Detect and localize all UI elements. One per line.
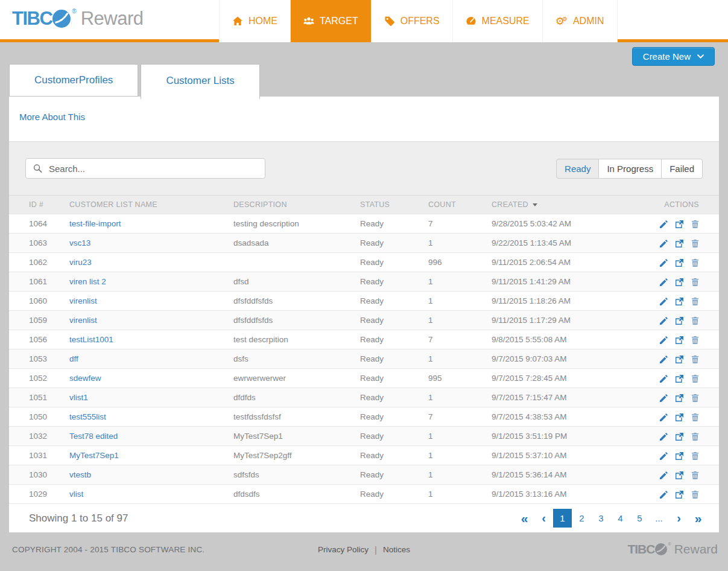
- search-input[interactable]: [48, 163, 258, 174]
- page-button-2[interactable]: 2: [572, 509, 591, 528]
- export-icon[interactable]: [676, 470, 683, 479]
- page-button-1[interactable]: 1: [553, 509, 572, 528]
- delete-icon[interactable]: [691, 258, 699, 267]
- filter-failed[interactable]: Failed: [662, 159, 703, 179]
- delete-icon[interactable]: [691, 490, 699, 499]
- customer-list-link[interactable]: vsc13: [69, 238, 90, 247]
- filter-in-progress[interactable]: In Progress: [599, 159, 662, 179]
- tab-customer-lists[interactable]: Customer Lists: [141, 64, 259, 99]
- column-header-created[interactable]: CREATED: [487, 196, 638, 214]
- table-row: 1063 vsc13 dsadsada Ready 1 9/22/2015 1:…: [9, 234, 719, 253]
- nav-item-measure[interactable]: MEASURE: [452, 0, 542, 42]
- customer-list-link[interactable]: test-file-import: [69, 219, 121, 228]
- delete-icon[interactable]: [691, 470, 699, 479]
- export-icon[interactable]: [676, 296, 683, 305]
- export-icon[interactable]: [676, 451, 683, 460]
- edit-icon[interactable]: [660, 412, 668, 421]
- delete-icon[interactable]: [691, 238, 699, 247]
- edit-icon[interactable]: [660, 238, 668, 247]
- last-page-button[interactable]: »: [688, 509, 707, 528]
- more-about-this-link[interactable]: More About This: [19, 112, 85, 122]
- customer-list-link[interactable]: viren list 2: [69, 277, 106, 286]
- nav-item-home[interactable]: HOME: [219, 0, 290, 42]
- edit-icon[interactable]: [660, 316, 668, 325]
- cell-actions: [638, 407, 719, 427]
- nav-item-admin[interactable]: ⚙⚙ ADMIN: [542, 0, 618, 42]
- column-header-count[interactable]: COUNT: [423, 196, 487, 214]
- edit-icon[interactable]: [660, 335, 668, 344]
- export-icon[interactable]: [676, 238, 683, 247]
- customer-list-link[interactable]: virenlist: [69, 316, 97, 325]
- nav-item-offers[interactable]: OFFERS: [371, 0, 452, 42]
- tab-customer-profiles[interactable]: CustomerProfiles: [9, 64, 138, 97]
- delete-icon[interactable]: [691, 412, 699, 421]
- column-header-status[interactable]: STATUS: [355, 196, 423, 214]
- next-page-button[interactable]: ›: [669, 509, 688, 528]
- edit-icon[interactable]: [660, 258, 668, 267]
- export-icon[interactable]: [676, 490, 683, 499]
- create-new-button[interactable]: Create New: [632, 47, 715, 66]
- customer-list-link[interactable]: vlist: [69, 490, 83, 499]
- column-header-id[interactable]: ID #: [9, 196, 65, 214]
- edit-icon[interactable]: [660, 277, 668, 286]
- delete-icon[interactable]: [691, 296, 699, 305]
- page-button-5[interactable]: 5: [630, 509, 649, 528]
- customer-list-link[interactable]: virenlist: [69, 296, 97, 305]
- edit-icon[interactable]: [660, 393, 668, 402]
- edit-icon[interactable]: [660, 470, 668, 479]
- delete-icon[interactable]: [691, 432, 699, 441]
- column-header-name[interactable]: CUSTOMER LIST NAME: [65, 196, 229, 214]
- customer-list-link[interactable]: vlist1: [69, 393, 88, 402]
- export-icon[interactable]: [676, 374, 683, 383]
- edit-icon[interactable]: [660, 490, 668, 499]
- search-box[interactable]: [25, 158, 265, 179]
- customer-list-link[interactable]: dff: [69, 354, 78, 363]
- customer-list-link[interactable]: testList1001: [69, 335, 113, 344]
- edit-icon[interactable]: [660, 432, 668, 441]
- delete-icon[interactable]: [691, 335, 699, 344]
- page-button-3[interactable]: 3: [592, 509, 610, 528]
- delete-icon[interactable]: [691, 277, 699, 286]
- edit-icon[interactable]: [660, 296, 668, 305]
- delete-icon[interactable]: [691, 354, 699, 363]
- cell-name: viren list 2: [65, 272, 229, 292]
- export-icon[interactable]: [676, 219, 683, 228]
- edit-icon[interactable]: [660, 354, 668, 363]
- page-button-4[interactable]: 4: [611, 509, 630, 528]
- export-icon[interactable]: [676, 335, 683, 344]
- prev-page-button[interactable]: ‹: [534, 509, 552, 528]
- nav-item-target[interactable]: TARGET: [290, 0, 371, 42]
- export-icon[interactable]: [676, 432, 683, 441]
- filter-ready[interactable]: Ready: [556, 159, 599, 179]
- privacy-policy-link[interactable]: Privacy Policy: [318, 545, 369, 554]
- cell-id: 1032: [9, 427, 65, 446]
- main-content: CustomerProfiles Customer Lists Create N…: [9, 42, 719, 532]
- delete-icon[interactable]: [691, 451, 699, 460]
- edit-icon[interactable]: [660, 219, 668, 228]
- export-icon[interactable]: [676, 354, 683, 363]
- delete-icon[interactable]: [691, 374, 699, 383]
- column-header-description[interactable]: DESCRIPTION: [229, 196, 355, 214]
- page-ellipsis[interactable]: ...: [650, 509, 668, 528]
- export-icon[interactable]: [676, 316, 683, 325]
- customer-list-link[interactable]: test555list: [69, 412, 106, 421]
- delete-icon[interactable]: [691, 316, 699, 325]
- customer-list-link[interactable]: Test78 edited: [69, 432, 118, 441]
- status-filter-group: Ready In Progress Failed: [556, 159, 703, 179]
- customer-list-link[interactable]: vtestb: [69, 470, 91, 479]
- export-icon[interactable]: [676, 412, 683, 421]
- export-icon[interactable]: [676, 277, 683, 286]
- delete-icon[interactable]: [691, 393, 699, 402]
- toolbar: Ready In Progress Failed: [9, 141, 719, 196]
- customer-list-link[interactable]: sdewfew: [69, 374, 101, 383]
- customer-list-link[interactable]: MyTest7Sep1: [69, 451, 119, 460]
- first-page-button[interactable]: «: [514, 509, 533, 528]
- edit-icon[interactable]: [660, 451, 668, 460]
- customer-list-link[interactable]: viru23: [69, 258, 92, 267]
- delete-icon[interactable]: [691, 219, 699, 228]
- edit-icon[interactable]: [660, 374, 668, 383]
- cell-actions: [638, 485, 719, 504]
- notices-link[interactable]: Notices: [383, 545, 410, 554]
- export-icon[interactable]: [676, 393, 683, 402]
- export-icon[interactable]: [676, 258, 683, 267]
